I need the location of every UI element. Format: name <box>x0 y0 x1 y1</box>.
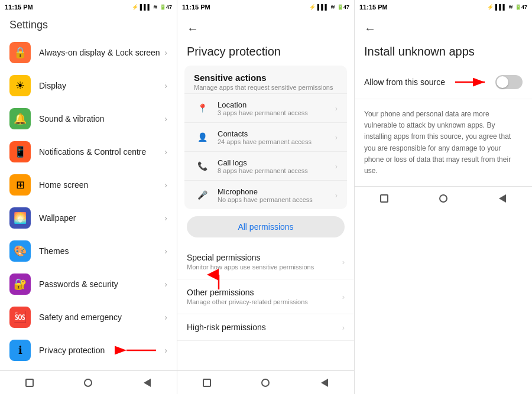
red-arrow-toggle <box>455 76 491 88</box>
location-text: Location 3 apps have permanent access <box>218 100 335 116</box>
special-name: Special permissions <box>187 253 342 262</box>
signal-icon-3: ▌▌▌ <box>495 4 507 10</box>
nav-circle-icon-3 <box>439 194 447 203</box>
special-sub: Monitor how apps use sensitive permissio… <box>187 263 342 271</box>
notifications-label: Notifications & Control centre <box>39 147 164 157</box>
permission-location[interactable]: 📍 Location 3 apps have permanent access … <box>184 93 347 122</box>
calllogs-sub: 8 apps have permanent access <box>218 167 335 174</box>
home-label: Home screen <box>39 180 164 190</box>
nav-square-btn-3[interactable] <box>376 190 392 207</box>
sensitive-header: Sensitive actions Manage apps that reque… <box>184 66 347 93</box>
sidebar-item-wallpaper[interactable]: 🌅 Wallpaper › <box>0 201 177 235</box>
battery-icon-2: 🔋47 <box>337 4 349 10</box>
allow-source-toggle[interactable] <box>495 75 523 89</box>
passwords-label: Passwords & security <box>39 279 164 289</box>
red-arrow-indicator <box>124 344 159 356</box>
special-permissions-item[interactable]: Special permissions Monitor how apps use… <box>177 245 354 279</box>
nav-bar-3 <box>355 186 532 210</box>
chevron-icon: › <box>164 279 167 289</box>
allow-source-row: Allow from this source <box>355 66 532 99</box>
time-1: 11:15 PM <box>5 4 33 11</box>
nav-back-btn-2[interactable] <box>316 375 333 391</box>
chevron-icon: › <box>164 246 167 256</box>
nav-square-btn-2[interactable] <box>199 375 215 391</box>
back-button-2[interactable]: ← <box>187 22 199 35</box>
nav-back-btn[interactable] <box>139 375 155 391</box>
other-permissions-item[interactable]: Other permissions Manage other privacy-r… <box>177 279 354 314</box>
contacts-sub: 24 apps have permanent access <box>218 138 335 145</box>
nav-back-btn-3[interactable] <box>494 190 511 207</box>
safety-icon: 🆘 <box>9 307 31 328</box>
microphone-icon: 🎤 <box>194 187 210 203</box>
status-bar-1: 11:15 PM ⚡ ▌▌▌ ≋ 🔋47 <box>0 0 177 14</box>
install-title: Install unknown apps <box>355 43 532 66</box>
sidebar-item-notifications[interactable]: 📱 Notifications & Control centre › <box>0 135 177 168</box>
wifi-icon-3: ≋ <box>508 4 513 10</box>
other-name: Other permissions <box>187 288 342 297</box>
special-chevron: › <box>342 258 345 266</box>
bluetooth-icon-2: ⚡ <box>309 4 316 10</box>
wifi-icon-2: ≋ <box>330 4 335 10</box>
display-label: Display <box>39 81 164 90</box>
sidebar-item-privacy[interactable]: ℹ Privacy protection › <box>0 334 177 367</box>
sensitive-subtitle: Manage apps that request sensitive permi… <box>194 84 338 91</box>
all-permissions-button[interactable]: All permissions <box>187 216 345 237</box>
privacy-title: Privacy protection <box>177 43 354 66</box>
nav-bar-1 <box>0 370 177 394</box>
notifications-icon: 📱 <box>9 141 31 162</box>
permission-calllogs[interactable]: 📞 Call logs 8 apps have permanent access… <box>184 151 347 180</box>
wallpaper-label: Wallpaper <box>39 213 164 223</box>
back-button-3[interactable]: ← <box>364 22 376 35</box>
sidebar-item-home[interactable]: ⊞ Home screen › <box>0 168 177 201</box>
microphone-text: Microphone No apps have permanent access <box>218 187 335 203</box>
sidebar-item-themes[interactable]: 🎨 Themes › <box>0 235 177 268</box>
battery-icon: 🔋47 <box>160 4 172 10</box>
high-risk-item[interactable]: High-risk permissions › <box>177 314 354 341</box>
settings-title: Settings <box>0 14 177 36</box>
passwords-icon: 🔐 <box>9 273 31 295</box>
nav-square-icon-2 <box>203 379 211 387</box>
nav-home-btn-3[interactable] <box>435 190 452 207</box>
back-bar-2: ← <box>177 14 354 43</box>
high-risk-text: High-risk permissions <box>187 323 342 332</box>
lock-screen-icon: 🔒 <box>9 42 31 63</box>
toggle-knob <box>497 76 508 88</box>
red-arrow-special <box>213 272 260 289</box>
nav-circle-icon <box>84 379 92 387</box>
nav-square-icon <box>25 379 34 387</box>
status-icons-3: ⚡ ▌▌▌ ≋ 🔋47 <box>487 4 527 10</box>
high-risk-name: High-risk permissions <box>187 323 342 332</box>
sidebar-item-lock-screen[interactable]: 🔒 Always-on display & Lock screen › <box>0 36 177 69</box>
battery-icon-3: 🔋47 <box>515 4 527 10</box>
chevron-icon: › <box>164 48 167 57</box>
sound-icon: 🔔 <box>9 108 31 129</box>
status-bar-2: 11:15 PM ⚡ ▌▌▌ ≋ 🔋47 <box>177 0 354 14</box>
calllogs-chevron: › <box>335 162 338 171</box>
nav-triangle-icon <box>144 379 151 387</box>
contacts-chevron: › <box>335 133 338 142</box>
other-chevron: › <box>342 292 345 301</box>
permission-contacts[interactable]: 👤 Contacts 24 apps have permanent access… <box>184 122 347 151</box>
nav-square-icon-3 <box>380 194 388 203</box>
sidebar-item-safety[interactable]: 🆘 Safety and emergency › <box>0 301 177 334</box>
lock-screen-label: Always-on display & Lock screen <box>39 48 164 57</box>
nav-triangle-icon-3 <box>499 194 506 203</box>
microphone-chevron: › <box>335 191 338 200</box>
display-icon: ☀ <box>9 75 31 96</box>
sidebar-item-sound[interactable]: 🔔 Sound & vibration › <box>0 102 177 135</box>
sound-label: Sound & vibration <box>39 114 164 123</box>
chevron-icon: › <box>164 312 167 322</box>
location-sub: 3 apps have permanent access <box>218 109 335 116</box>
chevron-icon: › <box>164 213 167 223</box>
contacts-text: Contacts 24 apps have permanent access <box>218 129 335 145</box>
sidebar-item-passwords[interactable]: 🔐 Passwords & security › <box>0 268 177 301</box>
sidebar-item-display[interactable]: ☀ Display › <box>0 69 177 102</box>
settings-panel: 11:15 PM ⚡ ▌▌▌ ≋ 🔋47 Settings 🔒 Always-o… <box>0 0 177 394</box>
nav-home-btn-2[interactable] <box>257 375 274 391</box>
nav-home-btn[interactable] <box>80 375 96 391</box>
nav-square-btn[interactable] <box>21 375 38 391</box>
nav-triangle-icon-2 <box>321 379 328 387</box>
sidebar-item-battery[interactable]: 🔋 Battery › <box>0 367 177 370</box>
permission-microphone[interactable]: 🎤 Microphone No apps have permanent acce… <box>184 180 347 209</box>
chevron-icon: › <box>164 147 167 157</box>
